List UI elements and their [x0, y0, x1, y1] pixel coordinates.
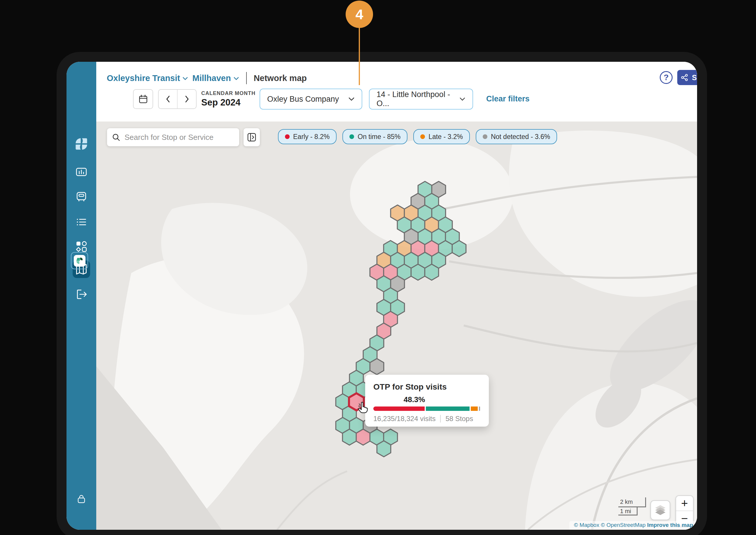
top-bar: Oxleyshire Transit Millhaven Network map	[96, 62, 697, 122]
otp-tooltip: OTP for Stop visits 48.3% 16,235/18,324 …	[365, 375, 489, 427]
legend-chip-label: Not detected - 3.6%	[491, 133, 550, 141]
sidebar-item-lock[interactable]	[73, 490, 90, 508]
calendar-month-label: CALENDAR MONTH	[201, 90, 256, 97]
hex-grid-layer	[96, 122, 697, 530]
annotation-pointer-line	[359, 27, 360, 85]
otp-progress-bar	[373, 407, 481, 411]
search-input[interactable]	[124, 132, 234, 142]
breadcrumb-divider	[246, 72, 247, 84]
help-button[interactable]: ?	[660, 71, 673, 84]
breadcrumb: Oxleyshire Transit Millhaven Network map	[107, 71, 307, 85]
breadcrumb-org[interactable]: Oxleyshire Transit	[107, 73, 188, 83]
tooltip-visits: 16,235/18,324 visits	[373, 415, 436, 423]
attribution-improve-link[interactable]: Improve this map	[647, 522, 693, 528]
legend-chip-label: Late - 3.2%	[429, 133, 463, 141]
partner-app-icon	[74, 255, 85, 267]
sidebar-item-logout[interactable]	[73, 286, 90, 303]
month-pager	[158, 89, 197, 109]
legend-chip-label: Early - 8.2%	[293, 133, 330, 141]
panel-toggle-button[interactable]	[244, 128, 260, 146]
tooltip-stops: 58 Stops	[445, 415, 473, 423]
scale-km: 2 km	[618, 497, 646, 507]
otp-bar-segment	[479, 407, 480, 411]
chevron-left-icon	[165, 95, 171, 103]
tooltip-value: 48.3%	[373, 395, 455, 404]
sidebar-item-partner-app[interactable]	[71, 252, 88, 269]
cursor-icon	[357, 401, 370, 415]
sidebar-item-vehicles[interactable]	[73, 188, 90, 205]
calendar-month-value: Sep 2024	[201, 97, 240, 108]
zoom-in-button[interactable]: +	[676, 496, 693, 511]
notdetected-dot-icon	[483, 134, 487, 139]
legend-chip-notdetected[interactable]: Not detected - 3.6%	[476, 129, 557, 144]
legend-chip-early[interactable]: Early - 8.2%	[278, 129, 337, 144]
layers-icon	[654, 504, 667, 517]
breadcrumb-region-label: Millhaven	[192, 73, 231, 83]
page-title: Network map	[254, 73, 307, 83]
bar-chart-icon	[75, 166, 87, 178]
app-window: Oxleyshire Transit Millhaven Network map	[67, 62, 697, 530]
layers-button[interactable]	[650, 500, 670, 520]
logout-icon	[75, 288, 87, 300]
next-month-button[interactable]	[178, 90, 196, 108]
otp-bar-segment	[471, 407, 478, 411]
hex-cell[interactable]	[356, 429, 370, 445]
attribution-osm[interactable]: © OpenStreetMap	[601, 522, 646, 528]
hex-cell[interactable]	[343, 429, 356, 445]
ontime-dot-icon	[349, 134, 354, 139]
late-dot-icon	[420, 134, 425, 139]
search-icon	[112, 133, 120, 142]
sidebar-item-dashboard[interactable]	[73, 163, 90, 181]
breadcrumb-region[interactable]: Millhaven	[192, 73, 239, 83]
route-select[interactable]: 14 - Little Northpool - O...	[369, 89, 473, 110]
annotation-step-badge: 4	[346, 1, 373, 28]
hex-cell[interactable]	[370, 359, 383, 375]
chevron-right-icon	[184, 95, 190, 103]
chevron-down-icon	[459, 97, 466, 101]
share-icon	[681, 74, 688, 81]
map-canvas[interactable]: Early - 8.2% On time - 85% Late - 3.2% N…	[96, 122, 697, 530]
operator-select-value: Oxley Bus Company	[267, 95, 339, 104]
tooltip-divider	[440, 415, 441, 423]
map-scale: 2 km 1 mi	[618, 497, 646, 516]
sidebar-item-reports[interactable]	[73, 213, 90, 231]
list-icon	[75, 216, 87, 228]
legend: Early - 8.2% On time - 85% Late - 3.2% N…	[278, 129, 557, 144]
app-logo-icon	[73, 135, 90, 153]
hex-cell[interactable]	[377, 441, 391, 457]
calendar-button[interactable]	[133, 89, 153, 109]
hex-cell[interactable]	[411, 264, 425, 280]
expand-panel-icon	[247, 132, 257, 142]
page: 4	[0, 0, 756, 535]
map-attribution: © Mapbox © OpenStreetMap Improve this ma…	[569, 521, 697, 530]
sidebar	[67, 62, 96, 530]
share-label: Share	[692, 73, 697, 82]
legend-chip-label: On time - 85%	[358, 133, 401, 141]
legend-chip-ontime[interactable]: On time - 85%	[343, 129, 408, 144]
tooltip-title: OTP for Stop visits	[373, 382, 481, 392]
breadcrumb-org-label: Oxleyshire Transit	[107, 73, 180, 83]
calendar-icon	[138, 94, 148, 104]
hex-cell[interactable]	[425, 264, 438, 280]
otp-bar-segment	[373, 407, 425, 411]
chevron-down-icon	[233, 77, 239, 81]
legend-chip-late[interactable]: Late - 3.2%	[413, 129, 470, 144]
search-box	[107, 128, 239, 146]
shapes-icon	[75, 240, 87, 253]
clear-filters-link[interactable]: Clear filters	[486, 95, 530, 103]
otp-bar-segment	[426, 407, 470, 411]
share-button[interactable]: Share	[677, 70, 697, 85]
bus-icon	[75, 190, 87, 203]
prev-month-button[interactable]	[159, 90, 178, 108]
route-select-value: 14 - Little Northpool - O...	[377, 90, 459, 108]
attribution-mapbox[interactable]: © Mapbox	[574, 522, 599, 528]
chevron-down-icon	[182, 77, 188, 81]
chevron-down-icon	[348, 97, 355, 101]
early-dot-icon	[285, 134, 289, 139]
scale-mi: 1 mi	[618, 507, 638, 516]
lock-icon	[76, 493, 87, 505]
operator-select[interactable]: Oxley Bus Company	[259, 89, 362, 110]
hex-cell[interactable]	[452, 241, 466, 257]
